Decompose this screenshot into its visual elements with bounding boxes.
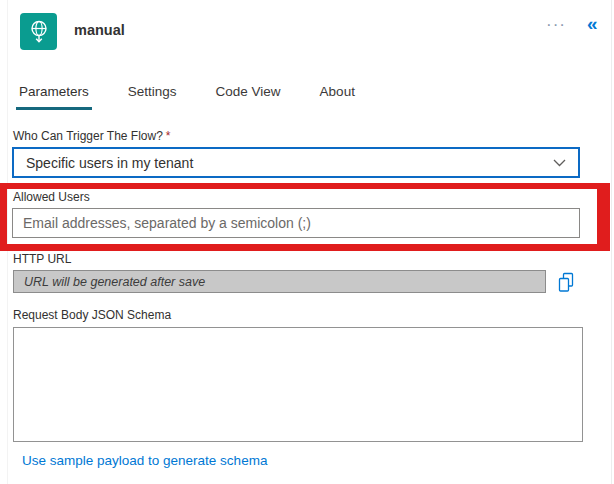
schema-editor[interactable] bbox=[13, 327, 583, 442]
http-url-readonly-field: URL will be generated after save bbox=[13, 270, 546, 293]
tab-about[interactable]: About bbox=[317, 84, 358, 110]
panel-right-border bbox=[611, 0, 612, 484]
trigger-scope-selected-value: Specific users in my tenant bbox=[26, 155, 553, 171]
tab-settings[interactable]: Settings bbox=[125, 84, 180, 110]
trigger-title: manual bbox=[74, 22, 125, 38]
required-asterisk: * bbox=[166, 129, 171, 143]
http-url-label: HTTP URL bbox=[13, 252, 71, 266]
allowed-users-label: Allowed Users bbox=[13, 190, 90, 204]
tab-parameters[interactable]: Parameters bbox=[16, 84, 92, 110]
collapse-panel-icon[interactable]: « bbox=[587, 14, 598, 33]
globe-touch-icon bbox=[26, 18, 52, 46]
trigger-scope-label: Who Can Trigger The Flow?* bbox=[13, 129, 171, 143]
chevron-down-icon bbox=[553, 159, 566, 167]
more-options-icon[interactable]: ··· bbox=[546, 16, 566, 33]
copy-icon bbox=[556, 272, 576, 293]
trigger-scope-dropdown[interactable]: Specific users in my tenant bbox=[12, 147, 580, 178]
panel-left-border bbox=[7, 0, 8, 484]
schema-label: Request Body JSON Schema bbox=[13, 308, 171, 322]
trigger-settings-panel: manual ··· « Parameters Settings Code Vi… bbox=[0, 0, 614, 484]
tab-code-view[interactable]: Code View bbox=[213, 84, 284, 110]
allowed-users-input[interactable] bbox=[12, 208, 580, 238]
copy-url-button[interactable] bbox=[554, 270, 578, 294]
tab-bar: Parameters Settings Code View About bbox=[16, 84, 358, 110]
manual-trigger-connector-icon bbox=[20, 13, 57, 50]
use-sample-payload-link[interactable]: Use sample payload to generate schema bbox=[22, 453, 267, 468]
